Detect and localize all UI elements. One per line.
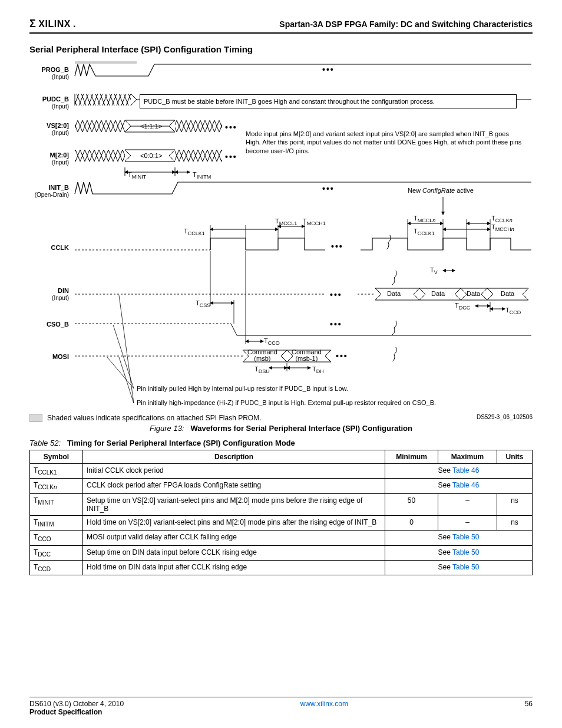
t-mcchn: TMCCHn: [491, 223, 514, 232]
doc-title: Spartan-3A DSP FPGA Family: DC and Switc…: [279, 19, 533, 29]
cell-see-ref: See Table 50: [385, 545, 533, 560]
table-header-row: Symbol Description Minimum Maximum Units: [30, 450, 533, 464]
t-ccd: TCCD: [505, 307, 521, 315]
t-dh: TDH: [312, 365, 324, 374]
cell-see-ref: See Table 46: [385, 479, 533, 493]
t-cco: TCCO: [264, 337, 280, 346]
page-header: Σ XILINX. Spartan-3A DSP FPGA Family: DC…: [29, 18, 533, 34]
pin-note2: Pin initially high-impedance (Hi-Z) if P…: [137, 398, 436, 407]
cell-description: Hold time on VS[2:0] variant-select pins…: [83, 515, 385, 530]
footer-center: www.xilinx.com: [124, 700, 525, 716]
th-description: Description: [83, 450, 385, 464]
figure-label: Figure 13:: [150, 424, 184, 433]
cmd-msb: Command (msb): [247, 349, 277, 362]
table-row: TCCLK1Initial CCLK clock periodSee Table…: [30, 464, 533, 479]
table-ref-link[interactable]: Table 46: [452, 466, 479, 475]
cell-min: 0: [385, 515, 438, 530]
t-dsu: TDSU: [254, 365, 270, 374]
ellipsis-icon: •••: [331, 242, 343, 251]
t-cclk1: TCCLK1: [184, 228, 205, 236]
table-row: TCCOMOSI output valid delay after CCLK f…: [30, 531, 533, 545]
cell-symbol: TINITM: [30, 515, 83, 530]
data-label: Data: [387, 290, 401, 297]
pin-note1: Pin initially pulled High by internal pu…: [137, 384, 348, 393]
cell-units: ns: [497, 493, 533, 515]
mode-note: Mode input pins M[2:0] and variant selec…: [246, 130, 525, 155]
table-row: TCCLKnCCLK clock period after FPGA loads…: [30, 479, 533, 493]
table-ref-link[interactable]: Table 50: [452, 563, 479, 571]
t-v: TV: [430, 266, 438, 275]
cell-symbol: TMINIT: [30, 493, 83, 515]
table-title: Timing for Serial Peripheral Interface (…: [67, 439, 295, 447]
ellipsis-icon: •••: [322, 184, 335, 193]
figure-caption: Figure 13: Waveforms for Serial Peripher…: [29, 424, 533, 433]
t-cclkn: TCCLKn: [491, 215, 513, 223]
cell-min: 50: [385, 493, 438, 515]
svg-line-47: [119, 357, 134, 403]
footer-page-num: 56: [525, 700, 533, 716]
cell-see-ref: See Table 46: [385, 464, 533, 479]
pudc-note: PUDC_B must be stable before INIT_B goes…: [140, 94, 517, 108]
svg-rect-3: [75, 120, 125, 132]
cell-symbol: TCCD: [30, 560, 83, 575]
t-dcc: TDCC: [455, 302, 470, 311]
footer-product-spec: Product Specification: [29, 708, 102, 716]
t-cclk1-r: TCCLK1: [414, 228, 435, 236]
timing-diagram: PROG_B(Input) PUDC_B(Input) VS[2:0](Inpu…: [31, 61, 531, 409]
t-css: TCSS: [196, 299, 210, 308]
table-ref-link[interactable]: Table 50: [452, 533, 479, 541]
footer-left: DS610 (v3.0) October 4, 2010 Product Spe…: [29, 700, 124, 716]
table-ref-link[interactable]: Table 50: [452, 548, 479, 556]
ellipsis-icon: •••: [225, 123, 237, 132]
ellipsis-icon: •••: [322, 65, 335, 74]
cell-description: CCLK clock period after FPGA loads Confi…: [83, 479, 385, 493]
xilinx-logo: Σ XILINX.: [29, 18, 76, 30]
svg-rect-1: [75, 94, 131, 106]
waveform-svg: [31, 61, 531, 409]
footer-link[interactable]: www.xilinx.com: [300, 700, 348, 708]
ellipsis-icon: •••: [336, 351, 348, 361]
data-label: Data: [467, 290, 480, 297]
shaded-note-text: Shaded values indicate specifications on…: [47, 414, 262, 422]
cell-symbol: TCCLK1: [30, 464, 83, 479]
table-label: Table 52:: [29, 439, 61, 447]
cmd-msb1: Command (msb-1): [292, 349, 322, 362]
svg-rect-0: [75, 61, 137, 64]
cell-max: –: [438, 493, 497, 515]
cell-see-ref: See Table 50: [385, 560, 533, 575]
th-units: Units: [497, 450, 533, 464]
m-value: <0:0:1>: [140, 152, 162, 159]
cell-description: Hold time on DIN data input after CCLK r…: [83, 560, 385, 575]
cell-description: Initial CCLK clock period: [83, 464, 385, 479]
logo-sigma-icon: Σ: [29, 18, 36, 30]
config-rate-label: New ConfigRate active: [408, 186, 474, 195]
table-ref-link[interactable]: Table 46: [452, 481, 479, 489]
ellipsis-icon: •••: [225, 152, 237, 162]
table-row: TINITMHold time on VS[2:0] variant-selec…: [30, 515, 533, 530]
ellipsis-icon: •••: [330, 319, 342, 329]
svg-rect-6: [175, 120, 222, 132]
th-maximum: Maximum: [438, 450, 497, 464]
cell-symbol: TCCO: [30, 531, 83, 545]
svg-rect-7: [75, 150, 125, 162]
table-caption: Table 52: Timing for Serial Peripheral I…: [29, 439, 533, 447]
shaded-swatch-icon: [29, 414, 42, 422]
t-initm: TINITM: [193, 171, 211, 180]
data-label: Data: [431, 290, 445, 297]
svg-rect-10: [175, 150, 222, 162]
t-mcch1: TMCCH1: [303, 218, 326, 226]
cell-description: Setup time on DIN data input before CCLK…: [83, 545, 385, 560]
th-minimum: Minimum: [385, 450, 438, 464]
cell-units: ns: [497, 515, 533, 530]
cell-symbol: TCCLKn: [30, 479, 83, 493]
cell-see-ref: See Table 50: [385, 531, 533, 545]
logo-text: XILINX: [38, 19, 71, 29]
footer-doc-id: DS610 (v3.0) October 4, 2010: [29, 700, 124, 708]
t-minit: TMINIT: [128, 171, 146, 180]
cell-description: Setup time on VS[2:0] variant-select pin…: [83, 493, 385, 515]
table-row: TMINITSetup time on VS[2:0] variant-sele…: [30, 493, 533, 515]
th-symbol: Symbol: [30, 450, 83, 464]
cell-symbol: TDCC: [30, 545, 83, 560]
t-mccl1: TMCCL1: [275, 218, 297, 226]
cell-description: MOSI output valid delay after CCLK falli…: [83, 531, 385, 545]
